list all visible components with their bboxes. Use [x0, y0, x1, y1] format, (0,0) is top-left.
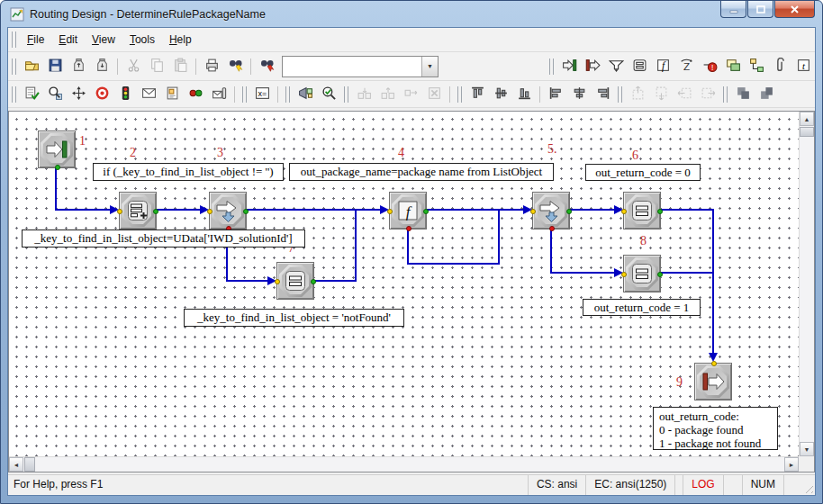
- combobox-dropdown-button[interactable]: ▼: [421, 57, 438, 76]
- strategy-button[interactable]: [745, 55, 768, 77]
- menu-file[interactable]: File: [20, 31, 51, 49]
- entry-button[interactable]: [557, 55, 581, 77]
- exit-button[interactable]: [581, 55, 604, 77]
- menu-tools[interactable]: Tools: [122, 31, 162, 49]
- node-5-selection[interactable]: [532, 192, 570, 230]
- segmentation-button[interactable]: [604, 55, 628, 77]
- minimize-icon: [729, 5, 738, 14]
- arrange-gripper[interactable]: [723, 86, 728, 103]
- check-out-button[interactable]: [90, 55, 113, 77]
- cascade-button[interactable]: [731, 83, 755, 105]
- layers-button[interactable]: [755, 83, 778, 105]
- find-button[interactable]: [223, 55, 247, 77]
- multi-assign-icon: [632, 58, 647, 76]
- navigate-button[interactable]: [67, 83, 90, 105]
- status-log: LOG: [683, 475, 722, 495]
- size-left-button: [673, 83, 696, 105]
- node-1-entry[interactable]: [38, 130, 76, 168]
- scroll-up-button[interactable]: ▲: [800, 112, 814, 126]
- port-dot: [530, 209, 536, 214]
- menu-help[interactable]: Help: [162, 31, 199, 49]
- connector-segment: [661, 272, 714, 274]
- multi-assign-button[interactable]: [628, 55, 651, 77]
- node-6-multi-assign[interactable]: [623, 192, 661, 230]
- attach-button[interactable]: [768, 55, 791, 77]
- node-3-selection[interactable]: [209, 192, 247, 230]
- traffic-light-button[interactable]: [113, 83, 137, 105]
- key-udata-label[interactable]: _key_to_find_in_list_object=UData['IWD_s…: [22, 230, 305, 248]
- workflow-check-button[interactable]: [20, 83, 43, 105]
- condition-label[interactable]: if (_key_to_find_in_list_object != ''): [93, 163, 284, 181]
- print-button[interactable]: [200, 55, 223, 77]
- return-code-1-label[interactable]: out_return_code = 1: [583, 299, 701, 316]
- align-middle-button[interactable]: [489, 83, 512, 105]
- return-code-note[interactable]: out_return_code: 0 - package found 1 - p…: [653, 407, 778, 450]
- tools-gripper[interactable]: [12, 86, 16, 103]
- error-segmentation-button[interactable]: !: [698, 55, 721, 77]
- palette-gripper[interactable]: [549, 58, 554, 75]
- toolbar-gripper[interactable]: [12, 58, 16, 75]
- align-center-button[interactable]: [567, 83, 591, 105]
- node-2-multi-assign-add[interactable]: [119, 192, 157, 230]
- voice-mail-button[interactable]: [207, 83, 231, 105]
- mail-button[interactable]: [137, 83, 160, 105]
- print-strategy-button[interactable]: [294, 83, 317, 105]
- save-button[interactable]: [43, 55, 67, 77]
- node-4-function[interactable]: f: [389, 192, 427, 230]
- breakpoints-button[interactable]: [184, 83, 207, 105]
- find-in-strategies-icon: [259, 58, 275, 76]
- edit-gripper[interactable]: [344, 86, 348, 103]
- close-button[interactable]: [774, 1, 815, 18]
- assign-x-button[interactable]: x=: [250, 83, 274, 105]
- menu-edit[interactable]: Edit: [51, 31, 85, 49]
- check-in-icon: [71, 58, 86, 76]
- node-8-multi-assign[interactable]: [623, 255, 661, 292]
- size-gripper[interactable]: [618, 86, 622, 103]
- align-right-button[interactable]: [591, 83, 614, 105]
- function-button[interactable]: f: [651, 55, 674, 77]
- titlebar: Routing Design - DetermineRulePackageNam…: [1, 1, 822, 27]
- open-button[interactable]: [20, 55, 43, 77]
- vertical-scroll-thumb[interactable]: [800, 127, 814, 137]
- strategy-search-input[interactable]: [283, 57, 421, 76]
- key-notfound-label[interactable]: _key_to_find_in_list_object = 'notFound': [184, 309, 404, 327]
- function-template-button[interactable]: t: [791, 55, 815, 77]
- minimize-button[interactable]: [720, 1, 746, 18]
- multi-screen-button[interactable]: [721, 55, 745, 77]
- align-left-button[interactable]: [544, 83, 567, 105]
- scroll-right-button[interactable]: ►: [784, 457, 799, 472]
- function-template-icon: t: [796, 58, 811, 76]
- scroll-left-button[interactable]: ◄: [9, 457, 23, 472]
- assign-gripper[interactable]: [242, 86, 247, 103]
- maximize-button[interactable]: [747, 1, 773, 18]
- align-bottom-button[interactable]: [512, 83, 536, 105]
- cut-button: [122, 55, 145, 77]
- scroll-down-button[interactable]: ▼: [800, 442, 814, 456]
- exit-icon: [700, 368, 727, 395]
- entry-icon: [562, 58, 577, 76]
- validate-button[interactable]: [317, 83, 340, 105]
- delete-icon: [427, 86, 442, 104]
- resize-grip[interactable]: [783, 475, 815, 495]
- horizontal-scrollbar[interactable]: ◄ ►: [9, 456, 799, 472]
- menubar-gripper[interactable]: [12, 32, 16, 48]
- view-gripper[interactable]: [285, 86, 290, 103]
- return-code-0-label[interactable]: out_return_code = 0: [585, 164, 701, 181]
- find-object-button[interactable]: [43, 83, 67, 105]
- menu-view[interactable]: View: [85, 31, 122, 49]
- find-in-strategies-button[interactable]: [255, 55, 278, 77]
- align-top-button[interactable]: [466, 83, 489, 105]
- note-button[interactable]: [160, 83, 184, 105]
- node-number-label: 5.: [547, 142, 557, 157]
- check-in-button[interactable]: [67, 55, 90, 77]
- align-gripper[interactable]: [457, 86, 462, 103]
- macro-button[interactable]: Z: [674, 55, 698, 77]
- target-button[interactable]: [90, 83, 113, 105]
- node-9-exit[interactable]: [694, 363, 732, 400]
- package-name-label[interactable]: out_package_name=package name from ListO…: [289, 163, 554, 181]
- node-7-multi-assign[interactable]: [276, 262, 314, 300]
- design-canvas[interactable]: out_return_code: 0 - package found 1 - p…: [9, 112, 799, 456]
- vertical-scrollbar[interactable]: ▲ ▼: [799, 112, 814, 456]
- strategy-search-combobox[interactable]: ▼: [282, 56, 439, 77]
- horizontal-scroll-thumb[interactable]: [24, 457, 35, 472]
